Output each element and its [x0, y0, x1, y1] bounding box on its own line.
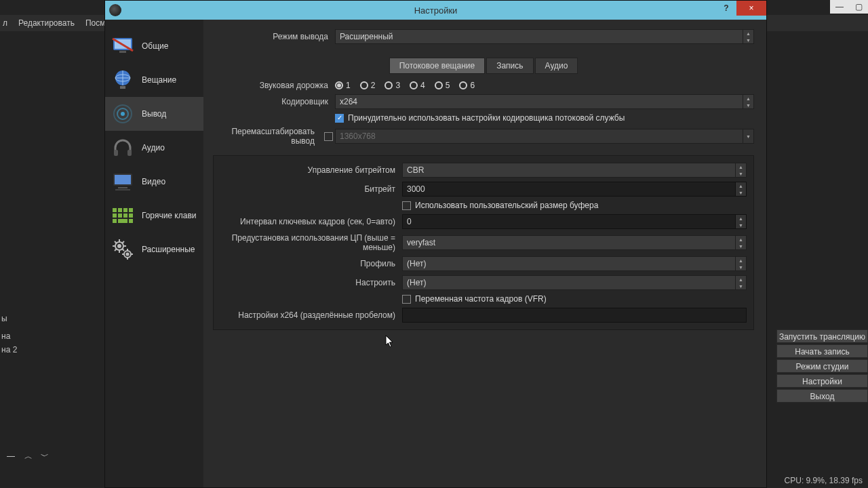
chevron-down-icon[interactable]: ▼ — [736, 170, 746, 177]
svg-rect-13 — [118, 187, 127, 188]
svg-rect-19 — [113, 214, 117, 218]
svg-point-27 — [118, 245, 121, 247]
chevron-up-icon[interactable]: ▲ — [736, 163, 746, 170]
step-down-icon[interactable]: ▼ — [736, 189, 746, 196]
studio-mode-button[interactable]: Режим студии — [776, 359, 868, 373]
chevron-down-icon: ▼ — [743, 129, 753, 143]
step-down-icon[interactable]: ▼ — [736, 222, 746, 228]
output-mode-label: Режим вывода — [213, 32, 335, 41]
x264opts-input[interactable] — [402, 308, 747, 323]
chevron-up-icon[interactable]: ▲ — [743, 30, 753, 37]
keyint-input[interactable]: 0 ▲▼ — [402, 214, 747, 229]
main-maximize-button[interactable]: ▢ — [849, 0, 868, 14]
start-record-button[interactable]: Начать запись — [776, 344, 868, 358]
sidebar-label: Расширенные — [142, 245, 195, 254]
step-up-icon[interactable]: ▲ — [736, 215, 746, 222]
rate-control-combo[interactable]: CBR ▲▼ — [402, 163, 747, 178]
profile-value: (Нет) — [407, 259, 426, 268]
enforce-encoder-checkbox[interactable] — [335, 114, 344, 123]
chevron-down-icon[interactable]: ﹀ — [39, 451, 50, 462]
svg-point-6 — [121, 112, 125, 116]
settings-sidebar: Общие Вещание Вывод Аудио — [105, 20, 203, 487]
svg-rect-20 — [118, 214, 122, 218]
close-button[interactable]: × — [736, 1, 766, 16]
audio-track-radios: 1 2 3 4 5 6 — [335, 81, 754, 90]
audio-track-3[interactable]: 3 — [384, 81, 400, 90]
settings-content: Режим вывода Расширенный ▲▼ Потоковое ве… — [203, 20, 766, 487]
scene-list: ы на на 2 — [0, 312, 98, 357]
audio-track-1[interactable]: 1 — [335, 81, 351, 90]
custom-buffer-checkbox[interactable] — [402, 201, 411, 210]
chevron-up-icon[interactable]: ▲ — [743, 95, 753, 102]
menu-view[interactable]: Посм — [85, 18, 106, 28]
sidebar-item-audio[interactable]: Аудио — [105, 131, 203, 165]
sidebar-item-video[interactable]: Видео — [105, 165, 203, 199]
list-item[interactable]: на 2 — [1, 343, 98, 357]
menu-file[interactable]: л — [3, 18, 7, 28]
sidebar-item-general[interactable]: Общие — [105, 29, 203, 63]
chevron-down-icon[interactable]: ▼ — [743, 102, 753, 108]
preset-combo[interactable]: veryfast ▲▼ — [402, 235, 747, 250]
tune-combo[interactable]: (Нет) ▲▼ — [402, 275, 747, 290]
rescale-value: 1360x768 — [340, 131, 376, 141]
rescale-checkbox[interactable] — [324, 132, 333, 141]
menu-edit[interactable]: Редактировать — [18, 18, 75, 28]
rate-control-value: CBR — [407, 165, 424, 175]
svg-rect-17 — [123, 208, 127, 212]
tab-streaming[interactable]: Потоковое вещание — [389, 58, 486, 74]
chevron-up-icon[interactable]: ▲ — [736, 257, 746, 264]
gears-icon — [111, 237, 135, 262]
exit-button[interactable]: Выход — [776, 389, 868, 403]
sidebar-item-advanced[interactable]: Расширенные — [105, 232, 203, 266]
chevron-up-icon[interactable]: ︿ — [23, 451, 34, 462]
tab-recording[interactable]: Запись — [486, 58, 533, 74]
audio-track-5[interactable]: 5 — [435, 81, 450, 90]
chevron-down-icon[interactable]: ▼ — [743, 37, 753, 43]
svg-rect-22 — [129, 214, 133, 218]
sidebar-label: Общие — [142, 41, 168, 51]
main-minimize-button[interactable]: — — [830, 0, 849, 14]
sidebar-item-stream[interactable]: Вещание — [105, 63, 203, 97]
audio-track-2[interactable]: 2 — [360, 81, 376, 90]
audio-track-4[interactable]: 4 — [410, 81, 425, 90]
rescale-label: Перемасштабировать вывод — [213, 127, 321, 146]
profile-combo[interactable]: (Нет) ▲▼ — [402, 256, 747, 271]
svg-rect-24 — [118, 219, 127, 223]
output-subtabs: Потоковое вещание Запись Аудио — [213, 58, 754, 74]
chevron-down-icon[interactable]: ▼ — [736, 264, 746, 270]
rescale-combo: 1360x768 ▼ — [335, 129, 754, 144]
sidebar-item-output[interactable]: Вывод — [105, 97, 203, 131]
svg-rect-5 — [120, 86, 125, 89]
left-toolbar: — ︿ ﹀ — [0, 447, 54, 465]
sidebar-label: Вывод — [142, 109, 166, 119]
bitrate-input[interactable]: 3000 ▲▼ — [402, 182, 747, 197]
encoder-combo[interactable]: x264 ▲▼ — [335, 94, 754, 109]
chevron-down-icon[interactable]: ▼ — [736, 243, 746, 249]
signal-icon — [111, 102, 135, 126]
chevron-up-icon[interactable]: ▲ — [736, 236, 746, 243]
custom-buffer-label: Использовать пользовательский размер буф… — [415, 201, 598, 210]
list-item[interactable]: ы — [1, 312, 98, 325]
preset-value: veryfast — [407, 238, 435, 247]
minus-icon[interactable]: — — [4, 450, 18, 462]
step-up-icon[interactable]: ▲ — [736, 182, 746, 189]
vfr-checkbox[interactable] — [402, 295, 411, 304]
audio-track-6[interactable]: 6 — [459, 81, 475, 90]
chevron-up-icon[interactable]: ▲ — [736, 276, 746, 283]
tab-audio[interactable]: Аудио — [535, 58, 578, 74]
x264opts-label: Настройки x264 (разделённые пробелом) — [220, 310, 402, 320]
settings-titlebar[interactable]: Настройки ? × — [105, 1, 766, 20]
list-item[interactable]: на — [1, 329, 98, 343]
help-button[interactable]: ? — [716, 1, 736, 16]
sidebar-label: Видео — [142, 177, 165, 186]
globe-icon — [111, 68, 135, 92]
start-stream-button[interactable]: Запустить трансляцию — [776, 329, 868, 343]
encoder-label: Кодировщик — [213, 97, 335, 106]
chevron-down-icon[interactable]: ▼ — [736, 283, 746, 289]
audio-track-label: Звуковая дорожка — [213, 81, 335, 90]
settings-button[interactable]: Настройки — [776, 374, 868, 388]
output-mode-value: Расширенный — [340, 32, 393, 41]
preset-label: Предустановка использования ЦП (выше = м… — [220, 233, 402, 252]
output-mode-combo[interactable]: Расширенный ▲▼ — [335, 29, 754, 44]
sidebar-item-hotkeys[interactable]: Горячие клави — [105, 199, 203, 232]
